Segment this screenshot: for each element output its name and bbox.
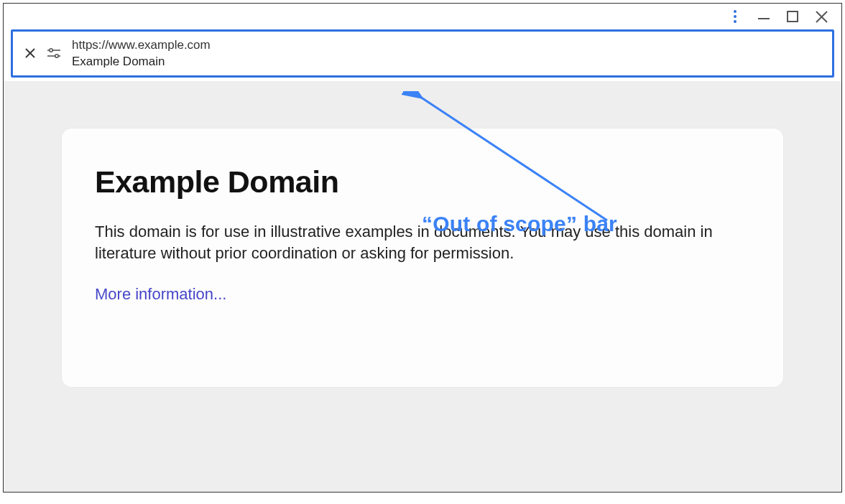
minimize-button[interactable] <box>757 9 771 24</box>
kebab-menu-icon[interactable] <box>734 10 742 23</box>
tune-icon[interactable] <box>47 47 60 60</box>
out-of-scope-bar: https://www.example.com Example Domain <box>11 29 834 78</box>
address-url[interactable]: https://www.example.com <box>72 37 211 52</box>
maximize-button[interactable] <box>785 9 800 24</box>
content-area: Example Domain This domain is for use in… <box>4 81 841 492</box>
page-heading: Example Domain <box>95 164 750 200</box>
close-icon[interactable] <box>24 47 36 59</box>
more-information-link[interactable]: More information... <box>95 285 226 303</box>
svg-point-7 <box>50 49 52 52</box>
content-card: Example Domain This domain is for use in… <box>62 129 783 387</box>
window-frame: https://www.example.com Example Domain E… <box>3 3 842 493</box>
close-button[interactable] <box>814 9 828 24</box>
svg-rect-1 <box>788 11 798 22</box>
address-text-block: https://www.example.com Example Domain <box>72 37 211 70</box>
svg-point-9 <box>55 55 58 57</box>
annotation-label: “Out of scope” bar <box>422 212 617 236</box>
title-bar <box>4 4 841 29</box>
page-body-text: This domain is for use in illustrative e… <box>95 221 720 265</box>
address-page-title: Example Domain <box>72 54 211 69</box>
